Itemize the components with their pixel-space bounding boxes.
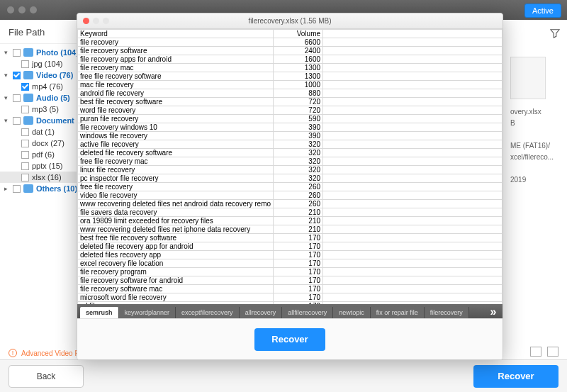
cell-keyword: microsoft word file recovery	[78, 293, 274, 302]
table-row[interactable]: file recovery apps for android1600	[78, 55, 503, 64]
active-badge-button[interactable]: Active	[524, 4, 561, 18]
table-row[interactable]: free file recovery software1300	[78, 72, 503, 81]
checkbox[interactable]	[21, 140, 29, 147]
sheet-tab[interactable]: allrecovery	[240, 307, 283, 318]
checkbox[interactable]	[21, 174, 29, 181]
sidebar-item-label: mp4 (76)	[32, 82, 63, 91]
cell-keyword: www recovering deleted files net android…	[78, 200, 274, 208]
cell-volume: 320	[274, 140, 323, 149]
checkbox[interactable]	[21, 128, 29, 136]
zoom-icon[interactable]	[103, 18, 109, 24]
sheet-tab[interactable]: keywordplanner	[119, 307, 176, 318]
sheet-tab[interactable]: newtopic	[333, 307, 371, 318]
checkbox[interactable]	[13, 94, 21, 102]
sidebar-item-label: Video (76)	[36, 71, 73, 79]
table-row[interactable]: www recovering deleted files net iphone …	[78, 225, 503, 234]
traffic-light-min[interactable]	[18, 6, 26, 13]
cell-keyword: free file recovery software	[78, 72, 274, 81]
sheet-tab[interactable]: filerecovery	[425, 307, 469, 318]
cell-volume: 170	[274, 268, 323, 276]
table-row[interactable]: deleted files recovery app170	[78, 251, 503, 259]
table-row[interactable]: file recovery software mac170	[78, 285, 503, 293]
table-row[interactable]: www recovering deleted files net android…	[78, 200, 503, 208]
cell-volume: 1300	[274, 72, 323, 81]
cell-volume: 720	[274, 106, 323, 115]
sheet-tab[interactable]: fix or repair file	[371, 307, 425, 318]
table-row[interactable]: file recovery software2400	[78, 47, 503, 55]
table-row[interactable]: microsoft word file recovery170	[78, 293, 503, 302]
table-row[interactable]: best file recovery software720	[78, 98, 503, 106]
checkbox[interactable]	[21, 106, 29, 113]
table-row[interactable]: puran file recovery590	[78, 115, 503, 123]
close-icon[interactable]	[83, 18, 89, 24]
sidebar-item-label: Document (	[36, 116, 79, 125]
table-row[interactable]: ora 19809 limit exceeded for recovery fi…	[78, 217, 503, 225]
table-row[interactable]: pc inspector file recovery320	[78, 174, 503, 183]
chevron-icon[interactable]: ▸	[4, 185, 10, 192]
table-row[interactable]: file recovery mac1300	[78, 64, 503, 72]
table-row[interactable]: excel recovery file location170	[78, 259, 503, 268]
table-row[interactable]: file recovery software for android170	[78, 276, 503, 285]
cell-keyword: windows file recovery	[78, 132, 274, 140]
minimize-icon[interactable]	[93, 18, 99, 24]
chevron-icon[interactable]: ▾	[4, 94, 10, 101]
cell-volume: 720	[274, 98, 323, 106]
table-row[interactable]: file recovery program170	[78, 268, 503, 276]
cell-keyword: file savers data recovery	[78, 208, 274, 217]
table-row[interactable]: free file recovery260	[78, 183, 503, 191]
cell-keyword: puran file recovery	[78, 115, 274, 123]
traffic-light-close[interactable]	[7, 6, 14, 13]
preview-path2: xcel/filereco...	[510, 152, 560, 163]
table-row[interactable]: best free file recovery software170	[78, 234, 503, 242]
table-row[interactable]: mac file recovery1000	[78, 81, 503, 89]
cell-keyword: www recovering deleted files net iphone …	[78, 225, 274, 234]
cell-keyword: file recovery program	[78, 268, 274, 276]
chevron-icon[interactable]: ▾	[4, 117, 10, 124]
table-row[interactable]: file recovery6600	[78, 38, 503, 47]
back-button[interactable]: Back	[9, 365, 84, 388]
advanced-video-link[interactable]: Advanced Video Re	[21, 349, 84, 357]
table-row[interactable]: linux file recovery320	[78, 166, 503, 174]
chevron-icon[interactable]: ▾	[4, 72, 10, 79]
table-row[interactable]: file savers data recovery210	[78, 208, 503, 217]
cell-volume: 320	[274, 157, 323, 166]
sidebar-item-label: dat (1)	[32, 128, 55, 136]
doc-preview-icon	[510, 57, 546, 99]
recover-button[interactable]: Recover	[254, 328, 325, 351]
table-row[interactable]: file recovery windows 10390	[78, 123, 503, 132]
sidebar-item-label: Audio (5)	[36, 94, 70, 102]
checkbox[interactable]	[21, 162, 29, 170]
table-row[interactable]: video file recovery260	[78, 191, 503, 200]
table-row[interactable]: android file recovery880	[78, 89, 503, 98]
checkbox[interactable]	[21, 60, 29, 68]
table-row[interactable]: windows file recovery390	[78, 132, 503, 140]
traffic-light-max[interactable]	[30, 6, 37, 13]
table-row[interactable]: deleted file recovery app for android170	[78, 242, 503, 251]
tabs-overflow-icon[interactable]: »	[487, 306, 500, 318]
chevron-icon[interactable]: ▾	[4, 49, 10, 56]
filter-icon[interactable]	[550, 28, 560, 38]
table-row[interactable]: word file recovery720	[78, 106, 503, 115]
cell-volume: 390	[274, 132, 323, 140]
cell-volume: 170	[274, 259, 323, 268]
recover-main-button[interactable]: Recover	[473, 365, 558, 388]
table-row[interactable]: deleted file recovery software320	[78, 149, 503, 157]
table-row[interactable]: active file recovery320	[78, 140, 503, 149]
table-row[interactable]: free file recovery mac320	[78, 157, 503, 166]
spreadsheet-view[interactable]: KeywordVolumefile recovery6600file recov…	[77, 29, 503, 304]
modal-footer: Recover	[77, 318, 503, 359]
sheet-tab[interactable]: exceptfilerecovery	[176, 307, 240, 318]
cell-volume: 210	[274, 208, 323, 217]
warning-icon: !	[9, 349, 17, 357]
cell-volume: 6600	[274, 38, 323, 47]
checkbox[interactable]	[13, 185, 21, 193]
folder-icon	[23, 116, 33, 125]
cell-volume: 1300	[274, 64, 323, 72]
sheet-tab[interactable]: allfilerecovery	[282, 307, 333, 318]
checkbox[interactable]	[13, 72, 21, 79]
checkbox[interactable]	[13, 49, 21, 57]
sheet-tab[interactable]: semrush	[80, 307, 119, 318]
checkbox[interactable]	[21, 83, 29, 91]
checkbox[interactable]	[21, 151, 29, 159]
checkbox[interactable]	[13, 117, 21, 125]
